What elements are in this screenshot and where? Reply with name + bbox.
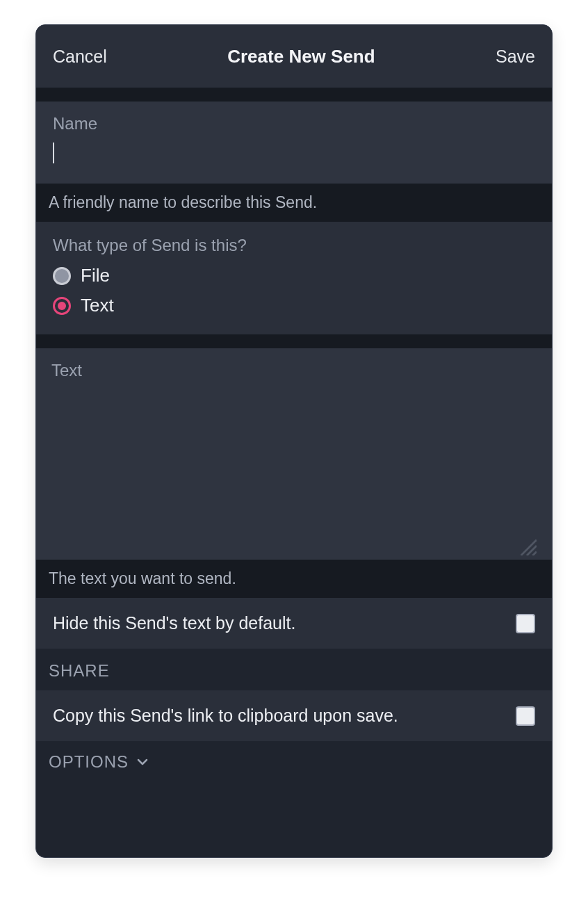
svg-line-2 [532,551,537,555]
save-button[interactable]: Save [496,47,535,67]
name-panel: Name [36,102,552,184]
name-input-wrap[interactable] [53,142,535,164]
hide-text-checkbox[interactable] [516,614,535,633]
options-expander[interactable]: OPTIONS [36,741,552,787]
text-area-wrap [51,386,537,553]
radio-icon [53,267,71,285]
name-label: Name [53,114,535,133]
dialog-title: Create New Send [227,46,375,67]
share-section-header: SHARE [36,649,552,690]
hide-text-label: Hide this Send's text by default. [53,613,295,633]
radio-label: File [81,265,110,286]
radio-label: Text [81,295,114,316]
radio-icon [53,297,71,315]
send-type-option-text[interactable]: Text [53,295,535,316]
name-help-text: A friendly name to describe this Send. [36,184,552,222]
hide-text-row[interactable]: Hide this Send's text by default. [36,598,552,649]
copy-link-checkbox[interactable] [516,706,535,726]
copy-link-label: Copy this Send's link to clipboard upon … [53,706,398,726]
send-type-question: What type of Send is this? [53,236,535,255]
titlebar: Cancel Create New Send Save [36,25,552,88]
name-input[interactable] [54,142,535,164]
resize-grip-icon[interactable] [517,536,537,555]
text-panel: Text [36,348,552,560]
cancel-button[interactable]: Cancel [53,47,107,67]
text-label: Text [51,361,537,380]
copy-link-row[interactable]: Copy this Send's link to clipboard upon … [36,690,552,741]
separator [36,334,552,348]
text-input[interactable] [51,386,537,553]
create-send-dialog: Cancel Create New Send Save Name A frien… [35,24,553,858]
send-type-option-file[interactable]: File [53,265,535,286]
send-type-group: What type of Send is this? File Text [36,222,552,334]
text-help-text: The text you want to send. [36,560,552,598]
options-label: OPTIONS [49,752,129,772]
chevron-down-icon [136,755,149,769]
separator [36,88,552,102]
